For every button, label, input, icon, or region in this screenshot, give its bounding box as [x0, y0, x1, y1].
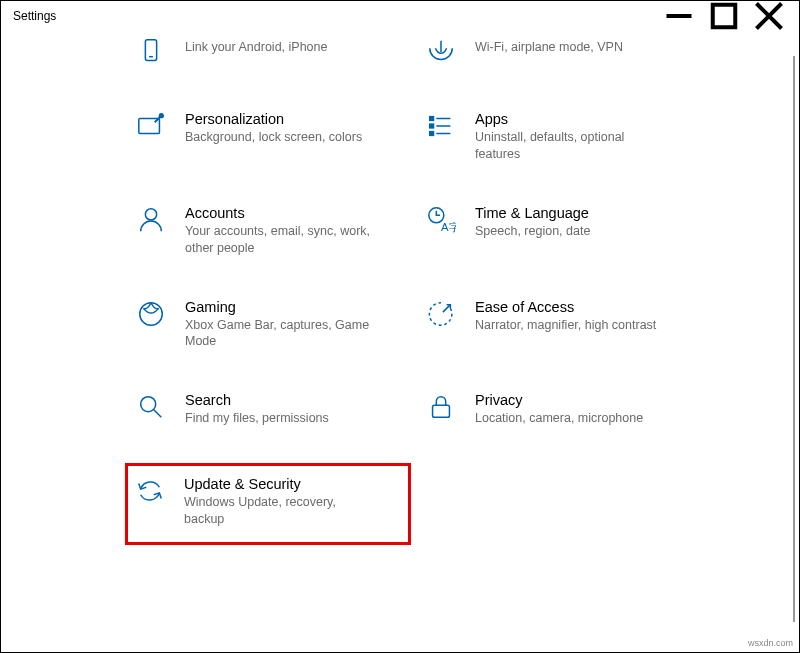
tile-personalization[interactable]: Personalization Background, lock screen,…	[131, 105, 411, 169]
minimize-button[interactable]	[656, 1, 701, 31]
tile-title: Gaming	[185, 299, 407, 315]
tile-search[interactable]: Search Find my files, permissions	[131, 386, 411, 433]
tile-phone[interactable]: Link your Android, iPhone	[131, 31, 411, 75]
accounts-icon	[135, 205, 167, 237]
tile-desc: Speech, region, date	[475, 223, 665, 240]
svg-text:A字: A字	[441, 221, 456, 233]
svg-rect-9	[430, 117, 434, 121]
svg-rect-21	[433, 405, 450, 417]
update-security-icon	[134, 476, 166, 508]
window-title: Settings	[9, 9, 56, 23]
svg-point-19	[141, 397, 156, 412]
tile-desc: Your accounts, email, sync, work, other …	[185, 223, 375, 257]
tile-desc: Uninstall, defaults, optional features	[475, 129, 665, 163]
tile-title: Personalization	[185, 111, 407, 127]
svg-line-20	[154, 410, 162, 418]
svg-point-8	[159, 114, 163, 118]
tile-title: Privacy	[475, 392, 697, 408]
time-language-icon: A字	[425, 205, 457, 237]
tile-title: Accounts	[185, 205, 407, 221]
tile-title: Time & Language	[475, 205, 697, 221]
search-icon	[135, 392, 167, 424]
tile-desc: Background, lock screen, colors	[185, 129, 375, 146]
ease-of-access-icon	[425, 299, 457, 331]
svg-point-15	[145, 209, 156, 220]
tile-desc: Find my files, permissions	[185, 410, 375, 427]
tile-privacy[interactable]: Privacy Location, camera, microphone	[421, 386, 701, 433]
tile-title: Ease of Access	[475, 299, 697, 315]
personalization-icon	[135, 111, 167, 143]
svg-rect-1	[712, 5, 735, 28]
close-button[interactable]	[746, 1, 791, 31]
tile-network[interactable]: Wi-Fi, airplane mode, VPN	[421, 31, 701, 75]
apps-icon	[425, 111, 457, 143]
tile-title: Apps	[475, 111, 697, 127]
settings-content: Link your Android, iPhone Wi-Fi, airplan…	[1, 31, 799, 652]
svg-rect-11	[430, 124, 434, 128]
tile-desc: Xbox Game Bar, captures, Game Mode	[185, 317, 375, 351]
privacy-icon	[425, 392, 457, 424]
gaming-icon	[135, 299, 167, 331]
tile-apps[interactable]: Apps Uninstall, defaults, optional featu…	[421, 105, 701, 169]
tile-accounts[interactable]: Accounts Your accounts, email, sync, wor…	[131, 199, 411, 263]
tile-desc: Location, camera, microphone	[475, 410, 665, 427]
tile-desc: Wi-Fi, airplane mode, VPN	[475, 39, 665, 56]
tile-desc: Link your Android, iPhone	[185, 39, 375, 56]
tile-desc: Windows Update, recovery, backup	[184, 494, 374, 528]
watermark: wsxdn.com	[748, 638, 793, 648]
tile-ease-of-access[interactable]: Ease of Access Narrator, magnifier, high…	[421, 293, 701, 357]
tile-title: Update & Security	[184, 476, 402, 492]
svg-point-18	[140, 302, 163, 325]
maximize-button[interactable]	[701, 1, 746, 31]
phone-icon	[135, 37, 167, 69]
titlebar: Settings	[1, 1, 799, 31]
tile-desc: Narrator, magnifier, high contrast	[475, 317, 665, 334]
scrollbar[interactable]	[793, 56, 795, 622]
tile-title: Search	[185, 392, 407, 408]
tile-time-language[interactable]: A字 Time & Language Speech, region, date	[421, 199, 701, 263]
svg-rect-13	[430, 132, 434, 136]
tile-update-security[interactable]: Update & Security Windows Update, recove…	[125, 463, 411, 545]
tile-gaming[interactable]: Gaming Xbox Game Bar, captures, Game Mod…	[131, 293, 411, 357]
globe-icon	[425, 37, 457, 69]
